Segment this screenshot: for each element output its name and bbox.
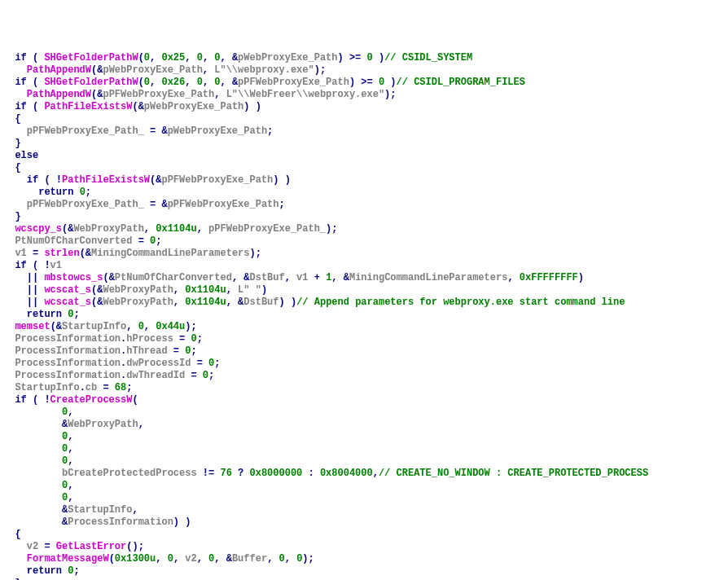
code-line[interactable]: {: [3, 113, 725, 125]
token-var: pPFWebProxyExe_Path: [103, 89, 214, 100]
code-line[interactable]: v2 = GetLastError();: [3, 541, 725, 553]
code-line[interactable]: if ( SHGetFolderPathW(0, 0x26, 0, 0, &pP…: [3, 77, 725, 89]
token-var: v1: [15, 248, 26, 259]
code-line[interactable]: FormatMessageW(0x1300u, 0, v2, 0, &Buffe…: [3, 553, 725, 565]
token-kw: , &: [331, 272, 349, 283]
token-kw: }: [3, 138, 21, 149]
token-var: PtNumOfCharConverted: [15, 235, 132, 247]
code-line[interactable]: if ( !v1: [3, 260, 725, 272]
token-kw: ,: [144, 321, 156, 332]
code-line[interactable]: if ( SHGetFolderPathW(0, 0x25, 0, 0, &pW…: [3, 52, 725, 64]
token-kw: ): [578, 272, 584, 283]
token-str: L" ": [238, 284, 261, 296]
code-line[interactable]: ProcessInformation.hProcess = 0;: [3, 333, 725, 345]
token-num: 0: [197, 52, 203, 64]
token-var: pWebProxyExe_Path: [144, 101, 243, 112]
code-line[interactable]: }: [3, 138, 725, 150]
token-kw: =: [168, 345, 186, 357]
code-line[interactable]: 0,: [3, 431, 725, 443]
token-kw: );: [314, 64, 326, 76]
token-kw: if (: [3, 52, 44, 64]
code-line[interactable]: 0,: [3, 492, 725, 504]
code-line[interactable]: 0,: [3, 443, 725, 455]
token-kw: ) ): [279, 297, 297, 308]
code-line[interactable]: || wcscat_s(&WebProxyPath, 0x1104u, &Dst…: [3, 297, 725, 309]
token-num: 0: [80, 187, 86, 198]
token-kw: ,: [68, 480, 73, 491]
token-var: ProcessInformation: [15, 333, 121, 345]
code-line[interactable]: else: [3, 150, 725, 162]
token-kw: ,: [285, 272, 296, 283]
token-var: v2: [185, 553, 196, 565]
token-fn: PathFileExistsW: [62, 174, 150, 186]
token-kw: (&: [132, 101, 143, 112]
token-fn: SHGetFolderPathW: [44, 52, 138, 64]
token-kw: =: [185, 370, 203, 381]
code-line[interactable]: ProcessInformation.hThread = 0;: [3, 345, 725, 358]
token-kw: {: [3, 113, 21, 125]
code-line[interactable]: {: [3, 529, 725, 541]
code-line[interactable]: || mbstowcs_s(&PtNumOfCharConverted, &Ds…: [3, 272, 725, 284]
code-line[interactable]: return 0;: [3, 187, 725, 199]
code-line[interactable]: ProcessInformation.dwProcessId = 0;: [3, 358, 725, 370]
code-line[interactable]: wcscpy_s(&WebProxyPath, 0x1104u, pPFWebP…: [3, 223, 725, 235]
token-num: 0: [168, 553, 173, 565]
token-kw: [3, 492, 62, 503]
token-kw: [3, 455, 62, 467]
code-line[interactable]: PathAppendW(&pPFWebProxyExe_Path, L"\\We…: [3, 89, 725, 101]
code-line[interactable]: StartupInfo.cb = 68;: [3, 382, 725, 394]
token-str: L"\\webproxy.exe": [214, 64, 314, 76]
token-kw: ;: [197, 333, 203, 345]
token-fn: SHGetFolderPathW: [44, 77, 138, 88]
token-var: dwProcessId: [126, 358, 191, 369]
token-var: DstBuf: [249, 272, 284, 283]
token-str: L"\\WebFreer\\webproxy.exe": [226, 89, 384, 100]
code-line[interactable]: pPFWebProxyExe_Path_ = &pPFWebProxyExe_P…: [3, 199, 725, 211]
code-line[interactable]: 0,: [3, 480, 725, 492]
code-line[interactable]: if ( PathFileExistsW(&pWebProxyExe_Path)…: [3, 101, 725, 113]
code-line[interactable]: bCreateProtectedProcess != 76 ? 0x800000…: [3, 468, 725, 480]
code-line[interactable]: if ( !CreateProcessW(: [3, 394, 725, 406]
token-num: 0x44u: [156, 321, 185, 332]
token-num: 0: [279, 553, 285, 565]
decompiled-code-block[interactable]: if ( SHGetFolderPathW(0, 0x25, 0, 0, &pW…: [3, 52, 725, 580]
token-kw: ;: [214, 358, 220, 369]
token-kw: ,: [126, 321, 138, 332]
token-kw: }: [3, 211, 21, 222]
code-line[interactable]: PtNumOfCharConverted = 0;: [3, 235, 725, 248]
code-line[interactable]: return 0;: [3, 565, 725, 578]
token-var: WebProxyPath: [103, 297, 173, 308]
token-kw: ;: [156, 235, 161, 247]
token-kw: .: [80, 382, 86, 393]
token-num: 0x1104u: [185, 284, 226, 296]
token-kw: ;: [73, 565, 79, 577]
code-line[interactable]: pPFWebProxyExe_Path_ = &pWebProxyExe_Pat…: [3, 125, 725, 138]
code-line[interactable]: &StartupInfo,: [3, 504, 725, 516]
token-num: 0: [138, 321, 144, 332]
token-kw: , &: [220, 77, 238, 88]
code-line[interactable]: v1 = strlen(&MiningCommandLineParameters…: [3, 248, 725, 260]
token-fn: wcscat_s: [44, 284, 91, 296]
token-kw: ||: [3, 272, 44, 283]
token-kw: ,: [203, 64, 214, 76]
code-line[interactable]: memset(&StartupInfo, 0, 0x44u);: [3, 321, 725, 333]
token-kw: =: [132, 235, 150, 247]
code-line[interactable]: &WebProxyPath,: [3, 419, 725, 431]
code-line[interactable]: }: [3, 211, 725, 223]
token-fn: CreateProcessW: [50, 394, 133, 406]
code-line[interactable]: &ProcessInformation) ): [3, 516, 725, 529]
token-var: WebProxyPath: [103, 284, 173, 296]
token-kw: &: [3, 419, 68, 430]
code-line[interactable]: 0,: [3, 455, 725, 468]
code-line[interactable]: return 0;: [3, 309, 725, 321]
code-line[interactable]: ProcessInformation.dwThreadId = 0;: [3, 370, 725, 382]
code-line[interactable]: if ( !PathFileExistsW(&pPFWebProxyExe_Pa…: [3, 174, 725, 187]
code-line[interactable]: 0,: [3, 406, 725, 419]
token-var: hProcess: [126, 333, 173, 345]
code-line[interactable]: || wcscat_s(&WebProxyPath, 0x1104u, L" "…: [3, 284, 725, 297]
code-line[interactable]: PathAppendW(&pWebProxyExe_Path, L"\\webp…: [3, 64, 725, 77]
token-var: StartupInfo: [68, 504, 132, 516]
code-line[interactable]: {: [3, 162, 725, 174]
token-kw: =: [38, 541, 56, 552]
token-fn: memset: [15, 321, 50, 332]
